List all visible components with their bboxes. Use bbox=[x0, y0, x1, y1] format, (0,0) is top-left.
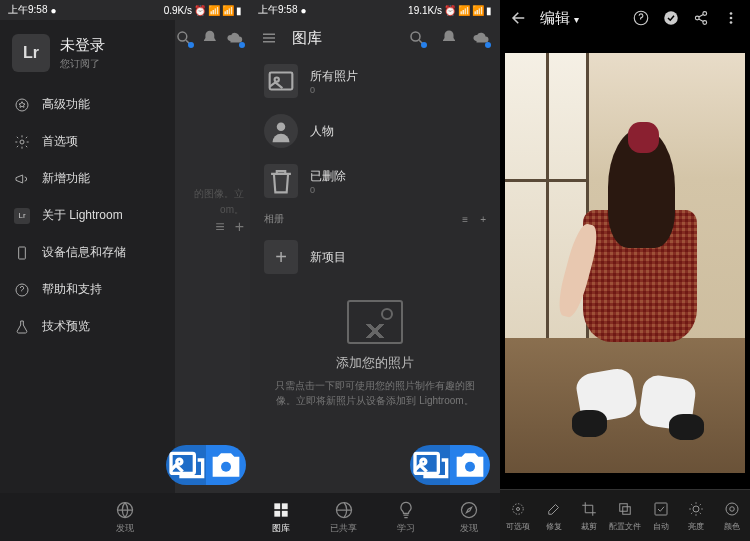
menu-icon[interactable] bbox=[260, 29, 278, 47]
brush-icon bbox=[545, 500, 563, 518]
status-bar: 上午9:58● 19.1K/s⏰📶📶▮ bbox=[250, 0, 500, 20]
help-icon[interactable] bbox=[632, 9, 650, 27]
signal-icon: 📶 bbox=[208, 5, 220, 16]
bell-icon[interactable] bbox=[440, 29, 458, 47]
lr-logo-icon: Lr bbox=[12, 34, 50, 72]
tool-heal[interactable]: 修复 bbox=[536, 490, 572, 541]
tool-auto[interactable]: 自动 bbox=[643, 490, 679, 541]
empty-photo-icon bbox=[347, 300, 403, 344]
svg-point-29 bbox=[730, 21, 733, 24]
svg-rect-34 bbox=[655, 503, 667, 515]
profile-icon bbox=[616, 500, 634, 518]
svg-point-9 bbox=[411, 32, 420, 41]
svg-point-11 bbox=[275, 77, 279, 81]
cloud-icon[interactable] bbox=[226, 29, 244, 47]
svg-point-12 bbox=[277, 123, 286, 132]
status-time: 上午9:58 bbox=[8, 3, 47, 17]
drawer-preferences[interactable]: 首选项 bbox=[0, 123, 175, 160]
empty-state: 添加您的照片 只需点击一下即可使用您的照片制作有趣的图像。立即将新照片从设备添加… bbox=[250, 300, 500, 408]
add-photo-fab[interactable] bbox=[166, 445, 206, 485]
camera-fab[interactable] bbox=[206, 445, 246, 485]
back-icon[interactable] bbox=[510, 9, 528, 27]
svg-point-2 bbox=[177, 459, 182, 464]
editor-title[interactable]: 编辑 ▾ bbox=[540, 9, 620, 28]
editor-toolbar: 可选项 修复 裁剪 配置文件 自动 亮度 颜色 bbox=[500, 489, 750, 541]
drawer-whatsnew[interactable]: 新增功能 bbox=[0, 160, 175, 197]
device-icon bbox=[14, 245, 30, 261]
add-photo-fab[interactable] bbox=[410, 445, 450, 485]
svg-point-27 bbox=[730, 12, 733, 15]
nav-shared[interactable]: 已共享 bbox=[313, 493, 376, 541]
auto-icon bbox=[652, 500, 670, 518]
color-icon bbox=[723, 500, 741, 518]
wifi-icon: 📶 bbox=[222, 5, 234, 16]
all-photos-item[interactable]: 所有照片0 bbox=[250, 56, 500, 106]
editor-canvas[interactable] bbox=[500, 36, 750, 489]
globe-icon bbox=[115, 500, 135, 520]
nav-drawer: Lr 未登录 您订阅了 高级功能 首选项 新增功能 Lr关于 Lightroom… bbox=[0, 20, 175, 541]
drawer-techpreview[interactable]: 技术预览 bbox=[0, 308, 175, 345]
photos-icon bbox=[264, 64, 298, 98]
editor-topbar: 编辑 ▾ bbox=[500, 0, 750, 36]
svg-point-21 bbox=[461, 502, 476, 517]
compass-icon bbox=[459, 500, 479, 520]
cloud-icon[interactable] bbox=[472, 29, 490, 47]
nav-discover[interactable]: 发现 bbox=[438, 493, 501, 541]
plus-icon: + bbox=[264, 240, 298, 274]
svg-point-14 bbox=[421, 459, 426, 464]
globe-icon bbox=[334, 500, 354, 520]
nav-discover[interactable]: 发现 bbox=[0, 493, 250, 541]
library-title: 图库 bbox=[292, 29, 394, 48]
svg-point-28 bbox=[730, 17, 733, 20]
screen-drawer: 上午9:58 ● 0.9K/s ⏰ 📶 📶 ▮ ≡ + 的图像。立 om。 bbox=[0, 0, 250, 541]
library-topbar: 图库 bbox=[250, 20, 500, 56]
target-icon bbox=[509, 500, 527, 518]
bottom-nav: 发现 bbox=[0, 493, 250, 541]
people-item[interactable]: 人物 bbox=[250, 106, 500, 156]
share-icon[interactable] bbox=[692, 9, 710, 27]
svg-rect-32 bbox=[620, 503, 628, 511]
search-icon[interactable] bbox=[408, 29, 426, 47]
svg-point-0 bbox=[178, 32, 187, 41]
nav-library[interactable]: 图库 bbox=[250, 493, 313, 541]
drawer-header[interactable]: Lr 未登录 您订阅了 bbox=[0, 20, 175, 86]
flask-icon bbox=[14, 319, 30, 335]
drawer-premium[interactable]: 高级功能 bbox=[0, 86, 175, 123]
sort-icon[interactable]: ≡ bbox=[462, 214, 468, 225]
subscription-status: 您订阅了 bbox=[60, 57, 105, 71]
sort-icon[interactable]: ≡ bbox=[215, 218, 224, 236]
screen-library: 上午9:58● 19.1K/s⏰📶📶▮ 图库 所有照片0 人物 已删除0 相册 … bbox=[250, 0, 500, 541]
empty-title: 添加您的照片 bbox=[336, 354, 414, 372]
tool-crop[interactable]: 裁剪 bbox=[571, 490, 607, 541]
tool-selective[interactable]: 可选项 bbox=[500, 490, 536, 541]
svg-rect-18 bbox=[275, 510, 281, 516]
bell-icon[interactable] bbox=[201, 29, 219, 47]
svg-point-23 bbox=[664, 11, 678, 25]
sort-row: ≡ + bbox=[215, 218, 244, 236]
tool-profile[interactable]: 配置文件 bbox=[607, 490, 643, 541]
tool-color[interactable]: 颜色 bbox=[714, 490, 750, 541]
gear-icon bbox=[14, 134, 30, 150]
drawer-device[interactable]: 设备信息和存储 bbox=[0, 234, 175, 271]
more-icon[interactable] bbox=[722, 9, 740, 27]
svg-point-3 bbox=[221, 462, 231, 472]
tool-light[interactable]: 亮度 bbox=[679, 490, 715, 541]
check-icon[interactable] bbox=[662, 9, 680, 27]
login-status: 未登录 bbox=[60, 36, 105, 55]
search-icon[interactable] bbox=[175, 29, 193, 47]
deleted-item[interactable]: 已删除0 bbox=[250, 156, 500, 206]
svg-rect-7 bbox=[19, 247, 26, 259]
add-album-icon[interactable]: + bbox=[480, 214, 486, 225]
svg-point-15 bbox=[465, 462, 475, 472]
camera-fab[interactable] bbox=[450, 445, 490, 485]
svg-rect-19 bbox=[282, 510, 288, 516]
new-album-item[interactable]: + 新项目 bbox=[250, 232, 500, 282]
plus-icon[interactable]: + bbox=[235, 218, 244, 236]
albums-section-header: 相册 ≡+ bbox=[250, 206, 500, 232]
drawer-help[interactable]: 帮助和支持 bbox=[0, 271, 175, 308]
drawer-about[interactable]: Lr关于 Lightroom bbox=[0, 197, 175, 234]
alarm-icon: ⏰ bbox=[194, 5, 206, 16]
nav-learn[interactable]: 学习 bbox=[375, 493, 438, 541]
svg-rect-17 bbox=[282, 503, 288, 509]
light-icon bbox=[687, 500, 705, 518]
